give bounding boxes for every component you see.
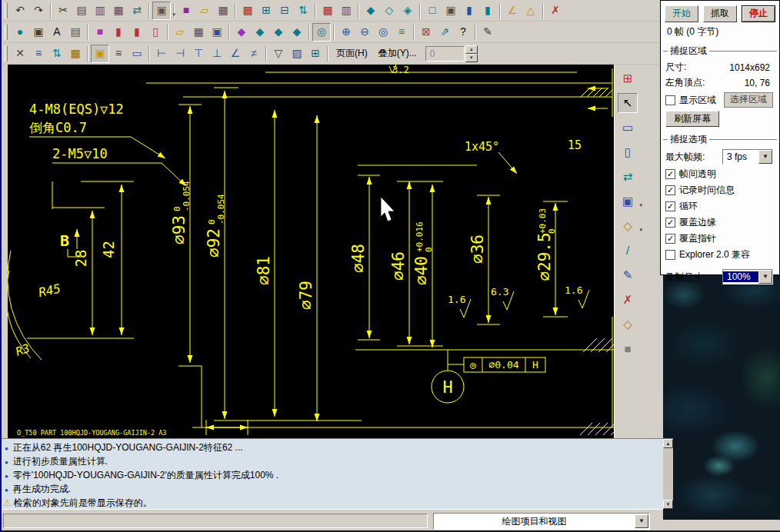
part-red3-icon[interactable]: ▯ [146, 23, 165, 42]
swap-icon[interactable]: ⇄ [128, 2, 146, 20]
link-icon[interactable]: ⇅ [294, 2, 312, 20]
chevron-down-icon[interactable]: ▾ [639, 221, 642, 238]
chevron-down-icon[interactable]: ▼ [758, 150, 772, 164]
paste-icon[interactable]: ▥ [91, 2, 109, 20]
part-red-icon[interactable]: ▮ [109, 23, 128, 42]
edit-icon[interactable]: ✎ [618, 265, 638, 285]
record-time-checkbox[interactable]: ✓ [665, 185, 675, 195]
refresh-icon[interactable]: ⇅ [48, 45, 66, 63]
export-icon[interactable]: ▣ [208, 23, 226, 42]
grid-snap-icon[interactable]: ⊞ [618, 68, 638, 88]
frame-transparency-checkbox[interactable]: ✓ [665, 169, 675, 179]
align-bottom-icon[interactable]: ⊥ [208, 45, 226, 63]
delete-icon[interactable]: ✗ [546, 2, 565, 20]
copy-icon[interactable]: ▤ [72, 2, 91, 20]
chevron-down-icon[interactable]: ▼ [758, 270, 772, 284]
loop-checkbox[interactable]: ✓ [665, 201, 675, 211]
frame-icon[interactable]: ▭ [128, 45, 146, 63]
select-cursor-icon[interactable]: ↖ [618, 93, 638, 113]
view-selector-combobox[interactable]: 绘图项目和视图 ▼ [433, 513, 650, 530]
show-area-checkbox[interactable] [665, 95, 675, 105]
globe-icon[interactable]: ● [11, 23, 29, 42]
close-red-icon[interactable]: ⊠ [417, 23, 435, 42]
new-model-icon[interactable]: ■ [177, 2, 195, 20]
align-right-icon[interactable]: ⊣ [171, 45, 189, 63]
spin-down-icon[interactable]: ▼ [465, 54, 478, 62]
drawing-area[interactable]: 4-M8(EQS)▽12 倒角C0.7 2-M5▽10 B R45 R3 28 … [8, 65, 614, 438]
diff-icon[interactable]: ≠ [245, 45, 263, 63]
cover-pointer-checkbox[interactable]: ✓ [665, 234, 675, 244]
shaded-view-icon[interactable]: ◎ [312, 23, 331, 42]
annotation-icon[interactable]: A [48, 23, 66, 42]
redo-icon[interactable]: ↷ [29, 2, 48, 20]
explorer-compat-checkbox[interactable] [665, 250, 675, 260]
help-icon[interactable]: ? [454, 23, 472, 42]
chevron-down-icon[interactable]: ▼ [635, 514, 648, 528]
grid-icon[interactable]: ▦ [66, 45, 85, 63]
align-left-icon[interactable]: ⊢ [152, 45, 171, 63]
bar-teal-icon[interactable]: ▮ [478, 2, 497, 20]
feature3-icon[interactable]: ◆ [269, 23, 288, 42]
rect-tool-icon[interactable]: ▭ [618, 118, 638, 138]
spin-up-icon[interactable]: ▲ [465, 45, 478, 54]
align-top-icon[interactable]: ⊤ [189, 45, 208, 63]
model-section-icon[interactable]: ◈ [398, 2, 417, 20]
overlay-menu-button[interactable]: 叠加(Y)... [373, 45, 422, 62]
pencil-icon[interactable]: ✎ [478, 23, 497, 42]
zoom-in-icon[interactable]: ⊕ [337, 23, 355, 42]
fps-combobox[interactable]: 3 fps ▼ [722, 149, 773, 165]
part-red2-icon[interactable]: ▮ [128, 23, 146, 42]
spinner[interactable]: ▲▼ [465, 45, 478, 62]
feature4-icon[interactable]: ◆ [288, 23, 306, 42]
view-front-icon[interactable]: □ [423, 2, 442, 20]
page-number-input[interactable]: 0 [425, 46, 465, 62]
diamond2-icon[interactable]: ◇ [618, 314, 638, 334]
record-size-combobox[interactable]: 100% ▼ [722, 269, 773, 284]
capture-grab-button[interactable]: 抓取 [703, 5, 737, 22]
handles-icon[interactable]: ▣▾ [618, 191, 638, 211]
save2-icon[interactable]: ▦ [189, 23, 208, 42]
model-wire-icon[interactable]: ◇ [380, 2, 398, 20]
delete2-icon[interactable]: ✗ [618, 290, 638, 310]
camera-icon[interactable]: ▣ [29, 23, 48, 42]
hatch-icon[interactable]: ▨ [288, 45, 306, 63]
tolerance-icon[interactable]: ⊞ [306, 45, 325, 63]
folder-icon[interactable]: ▱ [171, 23, 189, 42]
open-icon[interactable]: ▱ [195, 2, 214, 20]
chevron-down-icon[interactable]: ▾ [639, 196, 642, 214]
zoom-out-icon[interactable]: ⊖ [355, 23, 374, 42]
bar-blue-icon[interactable]: ▮ [460, 2, 478, 20]
feature2-icon[interactable]: ◆ [251, 23, 269, 42]
undo-icon[interactable]: ↶ [11, 2, 29, 20]
message-scrollbar[interactable]: ▲ ▼ [663, 438, 673, 509]
paste-special-icon[interactable]: ▦ [109, 2, 128, 20]
cover-edges-checkbox[interactable]: ✓ [665, 218, 675, 228]
part-magenta-icon[interactable]: ■ [91, 23, 109, 42]
cut-icon[interactable]: ✂ [54, 2, 72, 20]
angle-icon[interactable]: ∠ [503, 2, 522, 20]
print-preview-icon[interactable]: ⊟ [275, 2, 294, 20]
rect2-tool-icon[interactable]: ▯ [618, 142, 638, 162]
slant-line-icon[interactable]: / [618, 241, 638, 261]
page-menu-button[interactable]: 页面(H) [331, 45, 373, 62]
swatch-icon[interactable]: ■ [618, 339, 638, 359]
close-icon[interactable]: ✕ [11, 45, 29, 63]
pointer-arrow-icon[interactable]: ⇗ [435, 23, 454, 42]
table-icon[interactable]: ▩ [238, 2, 257, 20]
select-area-button[interactable]: 选择区域 [724, 92, 773, 108]
list-icon[interactable]: ≡ [29, 45, 48, 63]
feature1-icon[interactable]: ◆ [232, 23, 251, 42]
view-iso-icon[interactable]: ▣ [442, 2, 460, 20]
diamond-tool-icon[interactable]: ◇▾ [618, 216, 638, 236]
toolbar-grip[interactable] [5, 25, 8, 40]
measure-icon[interactable]: △ [522, 2, 540, 20]
lines-icon[interactable]: ≡ [109, 45, 128, 63]
toolbar-grip[interactable] [5, 46, 8, 62]
capture-start-button[interactable]: 开始 [665, 5, 698, 22]
toolbar-grip[interactable] [5, 3, 8, 18]
chevron-down-icon[interactable]: ▾ [172, 6, 175, 22]
save-icon[interactable]: ▦ [214, 2, 232, 20]
swap-view-icon[interactable]: ⇄ [618, 167, 638, 187]
selection-box-icon[interactable]: ▣▾ [152, 2, 171, 20]
print-icon[interactable]: ⊞ [257, 2, 275, 20]
